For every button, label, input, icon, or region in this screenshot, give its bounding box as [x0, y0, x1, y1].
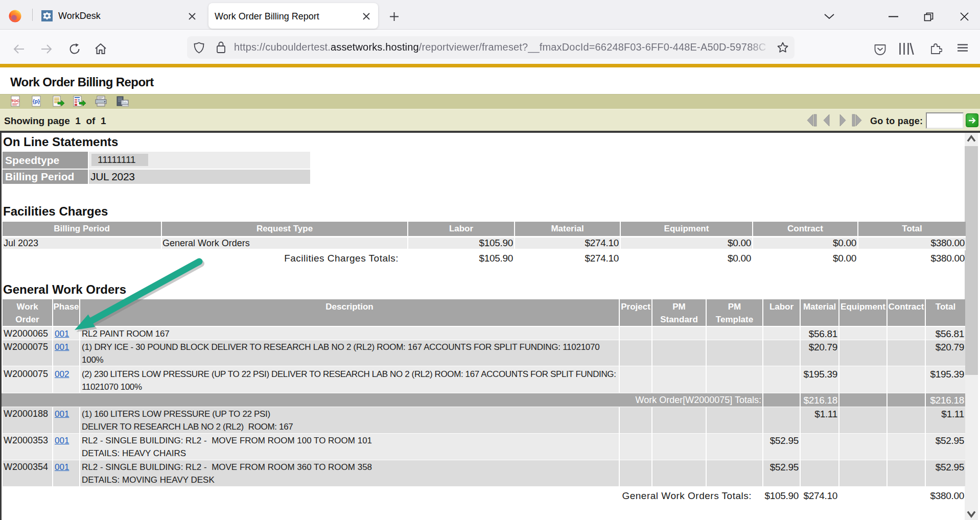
- svg-text:TOC: TOC: [11, 99, 20, 103]
- svg-text:{p}: {p}: [33, 99, 40, 104]
